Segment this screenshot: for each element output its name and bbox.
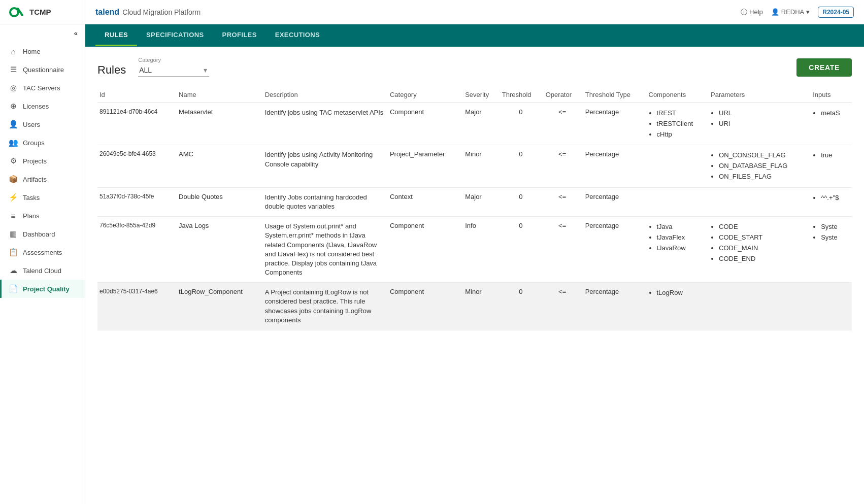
sidebar-item-questionnaire[interactable]: ☰ Questionnaire [0, 60, 85, 79]
groups-icon: 👥 [9, 138, 18, 147]
content-area: Rules Category ALL ▾ CREATE IdNameDescri… [85, 47, 864, 504]
topbar: talend Cloud Migration Platform ⓘ Help 👤… [85, 0, 864, 24]
tab-rules[interactable]: RULES [95, 25, 137, 46]
list-item: cHttp [657, 129, 705, 140]
cell-parameters [709, 187, 811, 216]
cell-name: Metaservlet [177, 103, 263, 145]
help-button[interactable]: ⓘ Help [741, 8, 763, 17]
main-content: talend Cloud Migration Platform ⓘ Help 👤… [85, 0, 864, 504]
cell-category: Project_Parameter [388, 145, 463, 187]
cell-parameters: URLURI [709, 103, 811, 145]
cell-operator: <= [544, 187, 583, 216]
cell-severity: Minor [463, 283, 500, 330]
sidebar-item-talend-cloud[interactable]: ☁ Talend Cloud [0, 261, 85, 280]
list-item: ON_CONSOLE_FLAG [719, 150, 807, 161]
cell-operator: <= [544, 103, 583, 145]
sidebar-item-label: Project Quality [23, 285, 70, 293]
table-row: 51a37f0d-738c-45feDouble QuotesIdentify … [97, 187, 852, 216]
list-item: ON_DATABASE_FLAG [719, 161, 807, 172]
list-item: ^^.+"$ [821, 193, 848, 204]
col-header-description: Description [263, 87, 388, 103]
sidebar-item-label: Artifacts [23, 176, 47, 183]
col-header-id: Id [97, 87, 177, 103]
list-item: CODE [719, 222, 807, 232]
create-button[interactable]: CREATE [796, 58, 852, 77]
table-row: 26049e5c-bfe4-4653AMCIdentify jobs using… [97, 145, 852, 187]
cell-description: Identify jobs using Activity Monitoring … [263, 145, 388, 187]
cell-threshold-type: Percentage [583, 145, 647, 187]
sidebar-item-assessments[interactable]: 📋 Assessments [0, 243, 85, 261]
cell-description: Usage of System.out.print* and System.er… [263, 217, 388, 283]
table-row: 76c5e3fc-855a-42d9Java LogsUsage of Syst… [97, 217, 852, 283]
cell-components [647, 145, 709, 187]
sidebar-collapse-button[interactable]: « [0, 24, 85, 42]
cell-threshold-type: Percentage [583, 283, 647, 330]
rules-table: IdNameDescriptionCategorySeverityThresho… [97, 87, 852, 330]
sidebar-item-label: Tasks [23, 194, 40, 201]
rules-header: Rules Category ALL ▾ CREATE [97, 57, 852, 77]
tasks-icon: ⚡ [9, 193, 18, 202]
topbar-talend-label: talend [95, 8, 119, 17]
table-row: 891121e4-d70b-46c4MetaservletIdentify jo… [97, 103, 852, 145]
artifacts-icon: 📦 [9, 175, 18, 184]
plans-icon: ≡ [9, 211, 18, 220]
col-header-severity: Severity [463, 87, 500, 103]
tab-executions[interactable]: EXECUTIONS [266, 25, 329, 46]
list-item: tJavaFlex [657, 232, 705, 243]
dashboard-icon: ▦ [9, 229, 18, 239]
chevron-down-icon: ▾ [204, 66, 207, 74]
user-name: REDHA [781, 8, 805, 16]
assessments-icon: 📋 [9, 248, 18, 257]
cell-inputs: ^^.+"$ [811, 187, 852, 216]
tab-specifications[interactable]: SPECIFICATIONS [137, 25, 213, 46]
table-header: IdNameDescriptionCategorySeverityThresho… [97, 87, 852, 103]
sidebar-item-projects[interactable]: ⚙ Projects [0, 152, 85, 170]
category-value: ALL [139, 66, 152, 74]
cell-inputs: true [811, 145, 852, 187]
cell-id: e00d5275-0317-4ae6 [97, 283, 177, 330]
topbar-right: ⓘ Help 👤 REDHA ▾ R2024-05 [741, 7, 854, 18]
list-item: tLogRow [657, 288, 705, 298]
list-item: CODE_END [719, 254, 807, 264]
sidebar-item-home[interactable]: ⌂ Home [0, 42, 85, 60]
sidebar-logo: TCMP [0, 0, 85, 24]
sidebar-item-users[interactable]: 👤 Users [0, 115, 85, 133]
sidebar-item-label: Projects [23, 157, 47, 165]
sidebar-item-label: Questionnaire [23, 66, 64, 74]
sidebar-item-label: Licenses [23, 103, 49, 110]
collapse-icon: « [74, 29, 78, 37]
cell-category: Component [388, 103, 463, 145]
cell-id: 26049e5c-bfe4-4653 [97, 145, 177, 187]
sidebar-item-dashboard[interactable]: ▦ Dashboard [0, 225, 85, 243]
home-icon: ⌂ [9, 47, 18, 56]
list-item: tREST [657, 108, 705, 119]
col-header-name: Name [177, 87, 263, 103]
cell-components [647, 187, 709, 216]
cell-threshold: 0 [500, 283, 544, 330]
user-menu[interactable]: 👤 REDHA ▾ [771, 8, 810, 16]
cell-id: 51a37f0d-738c-45fe [97, 187, 177, 216]
cell-threshold: 0 [500, 145, 544, 187]
cell-description: Identify Jobs containing hardcoded doubl… [263, 187, 388, 216]
sidebar: TCMP « ⌂ Home ☰ Questionnaire ◎ TAC Serv… [0, 0, 85, 504]
sidebar-item-licenses[interactable]: ⊕ Licenses [0, 97, 85, 115]
sidebar-item-plans[interactable]: ≡ Plans [0, 207, 85, 225]
list-item: CODE_START [719, 232, 807, 243]
sidebar-item-label: Dashboard [23, 230, 55, 238]
user-icon: 👤 [771, 8, 779, 16]
cell-category: Context [388, 187, 463, 216]
users-icon: 👤 [9, 120, 18, 129]
sidebar-item-artifacts[interactable]: 📦 Artifacts [0, 170, 85, 188]
sidebar-item-project-quality[interactable]: 📄 Project Quality [0, 280, 85, 298]
col-header-inputs: Inputs [811, 87, 852, 103]
col-header-category: Category [388, 87, 463, 103]
cell-severity: Info [463, 217, 500, 283]
tab-profiles[interactable]: PROFILES [213, 25, 266, 46]
category-dropdown[interactable]: ALL ▾ [138, 64, 209, 77]
sidebar-item-tasks[interactable]: ⚡ Tasks [0, 188, 85, 207]
cell-parameters [709, 283, 811, 330]
sidebar-item-tac-servers[interactable]: ◎ TAC Servers [0, 79, 85, 97]
cell-threshold: 0 [500, 217, 544, 283]
sidebar-item-groups[interactable]: 👥 Groups [0, 133, 85, 152]
qlik-logo-icon [7, 6, 25, 18]
